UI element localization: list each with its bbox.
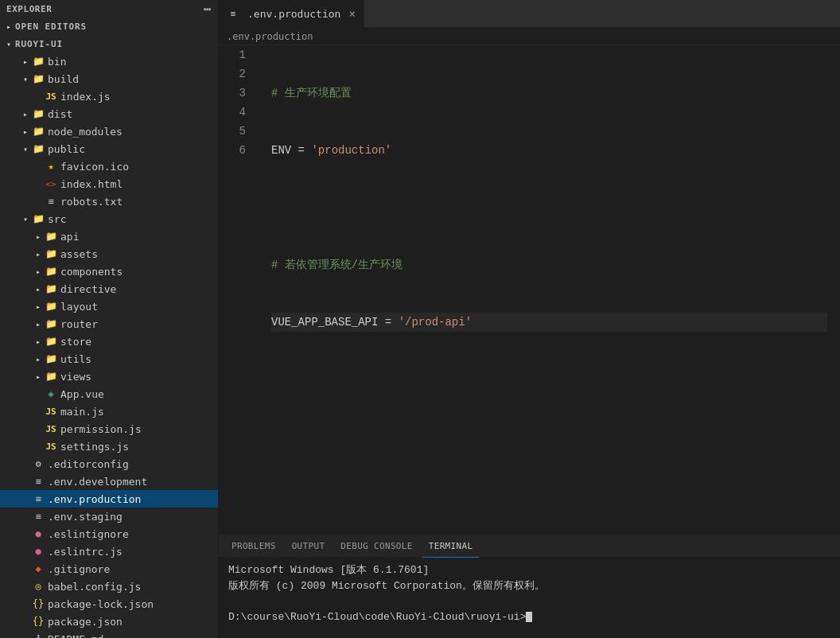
views-label: views: [60, 371, 91, 383]
tree-file-babel-config[interactable]: ◎ babel.config.js: [0, 578, 218, 595]
tree-folder-public[interactable]: 📁 public: [0, 140, 218, 158]
assets-label: assets: [60, 248, 98, 260]
editorconfig-label: .editorconfig: [48, 458, 129, 470]
line-num-1: 1: [231, 45, 246, 64]
code-line-5: VUE_APP_BASE_API = '/prod-api': [271, 313, 827, 332]
babel-icon: ◎: [32, 580, 45, 593]
store-folder-icon: 📁: [45, 335, 57, 348]
tree-file-env-production[interactable]: ≡ .env.production: [0, 490, 218, 508]
git-icon: ◆: [32, 562, 45, 575]
output-label: OUTPUT: [292, 541, 325, 551]
tree-folder-router[interactable]: 📁 router: [0, 315, 218, 333]
tree-file-gitignore[interactable]: ◆ .gitignore: [0, 560, 218, 578]
code-line-3: [271, 198, 827, 217]
tree-folder-dist[interactable]: 📁 dist: [0, 105, 218, 123]
tree-folder-views[interactable]: 📁 views: [0, 368, 218, 385]
open-editors-chevron[interactable]: [6, 21, 12, 32]
tree-folder-components[interactable]: 📁 components: [0, 263, 218, 280]
bin-chevron: [19, 55, 32, 68]
tab-problems[interactable]: PROBLEMS: [225, 535, 282, 558]
editor-tab-env-production[interactable]: ≡ .env.production ×: [219, 0, 364, 27]
tree-folder-store[interactable]: 📁 store: [0, 333, 218, 350]
tree-file-readme[interactable]: ℹ README.md: [0, 630, 218, 638]
tree-file-editorconfig[interactable]: ⚙ .editorconfig: [0, 455, 218, 473]
tree-folder-src[interactable]: 📁 src: [0, 210, 218, 228]
bin-label: bin: [48, 56, 66, 68]
code-content[interactable]: # 生产环境配置 ENV = 'production' # 若依管理系统/生产环…: [259, 45, 840, 535]
tree-folder-directive[interactable]: 📁 directive: [0, 280, 218, 298]
tab-output[interactable]: OUTPUT: [286, 535, 332, 558]
env-development-label: .env.development: [48, 476, 147, 488]
bin-folder-icon: 📁: [32, 55, 45, 68]
ruoyi-ui-chevron[interactable]: [6, 39, 12, 49]
tree-folder-api[interactable]: 📁 api: [0, 228, 218, 245]
terminal-line-1: Microsoft Windows [版本 6.1.7601]: [228, 562, 830, 578]
api-folder-icon: 📁: [45, 230, 57, 243]
ruoyi-ui-label-text: RUOYI-UI: [15, 39, 63, 49]
node-modules-chevron: [19, 125, 32, 138]
build-index-js-label: index.js: [60, 91, 111, 103]
readme-icon: ℹ: [32, 632, 45, 638]
eslintrc-icon: ●: [32, 545, 45, 558]
terminal-content[interactable]: Microsoft Windows [版本 6.1.7601] 版权所有 (c)…: [219, 558, 840, 638]
tree-file-main-js[interactable]: JS main.js: [0, 403, 218, 420]
html-icon: <>: [45, 177, 57, 190]
tree-folder-assets[interactable]: 📁 assets: [0, 245, 218, 263]
tree-file-permission-js[interactable]: JS permission.js: [0, 420, 218, 438]
src-folder-icon: 📁: [32, 212, 45, 225]
line-num-3: 3: [231, 84, 246, 103]
main-js-icon: JS: [45, 405, 57, 418]
tree-file-eslintrc-js[interactable]: ● .eslintrc.js: [0, 543, 218, 560]
robots-label: robots.txt: [60, 196, 122, 208]
env-dev-icon: ≡: [32, 475, 45, 488]
assets-folder-icon: 📁: [45, 247, 57, 260]
layout-label: layout: [60, 301, 98, 313]
dist-label: dist: [48, 108, 72, 120]
explorer-menu-icon[interactable]: ⋯: [204, 2, 212, 17]
tab-close-button[interactable]: ×: [348, 7, 355, 20]
tree-file-eslintignore[interactable]: ● .eslintignore: [0, 525, 218, 543]
tree-folder-utils[interactable]: 📁 utils: [0, 350, 218, 368]
node-modules-folder-icon: 📁: [32, 125, 45, 138]
tree-folder-node-modules[interactable]: 📁 node_modules: [0, 123, 218, 140]
comment-4: # 若依管理系统/生产环境: [271, 255, 402, 274]
js-icon: JS: [45, 90, 57, 103]
open-editors-section: OPEN EDITORS: [0, 18, 218, 35]
index-js-spacer: [32, 90, 45, 103]
store-chevron: [32, 335, 45, 348]
explorer-header: EXPLORER ⋯: [0, 0, 218, 18]
breadcrumb: .env.production: [219, 28, 840, 45]
tree-file-index-html[interactable]: <> index.html: [0, 175, 218, 193]
tree-file-robots-txt[interactable]: ≡ robots.txt: [0, 193, 218, 210]
tree-file-package-json[interactable]: {} package.json: [0, 613, 218, 630]
views-folder-icon: 📁: [45, 370, 57, 383]
editor-area: ≡ .env.production × .env.production 1 2 …: [219, 0, 840, 638]
settings-js-label: settings.js: [60, 441, 129, 453]
tree-folder-build[interactable]: 📁 build: [0, 70, 218, 88]
tree-file-build-index-js[interactable]: JS index.js: [0, 88, 218, 105]
tree-file-app-vue[interactable]: ◈ App.vue: [0, 385, 218, 403]
directive-chevron: [32, 282, 45, 295]
code-editor[interactable]: 1 2 3 4 5 6 # 生产环境配置 ENV = 'production' …: [219, 45, 840, 535]
tab-debug-console[interactable]: DEBUG CONSOLE: [334, 535, 418, 558]
line-num-5: 5: [231, 122, 246, 141]
line-num-6: 6: [231, 141, 246, 160]
gitignore-label: .gitignore: [48, 563, 110, 575]
tree-folder-layout[interactable]: 📁 layout: [0, 298, 218, 315]
tree-file-settings-js[interactable]: JS settings.js: [0, 438, 218, 455]
dist-chevron: [19, 107, 32, 120]
tree-file-env-staging[interactable]: ≡ .env.staging: [0, 508, 218, 525]
main-layout: EXPLORER ⋯ OPEN EDITORS RUOYI-UI 📁 bin: [0, 0, 840, 638]
tree-folder-bin[interactable]: 📁 bin: [0, 53, 218, 70]
package-json-icon: {}: [32, 615, 45, 628]
code-line-6: [271, 370, 827, 389]
comment-1: # 生产环境配置: [271, 84, 352, 103]
tree-file-favicon[interactable]: ★ favicon.ico: [0, 158, 218, 175]
code-line-1: # 生产环境配置: [271, 84, 827, 103]
file-tree: 📁 bin 📁 build JS index.js 📁 dist: [0, 53, 218, 638]
app-vue-label: App.vue: [60, 388, 104, 400]
tree-file-package-lock[interactable]: {} package-lock.json: [0, 595, 218, 613]
permission-js-label: permission.js: [60, 423, 142, 435]
tab-terminal[interactable]: TERMINAL: [422, 535, 480, 558]
tree-file-env-development[interactable]: ≡ .env.development: [0, 473, 218, 490]
